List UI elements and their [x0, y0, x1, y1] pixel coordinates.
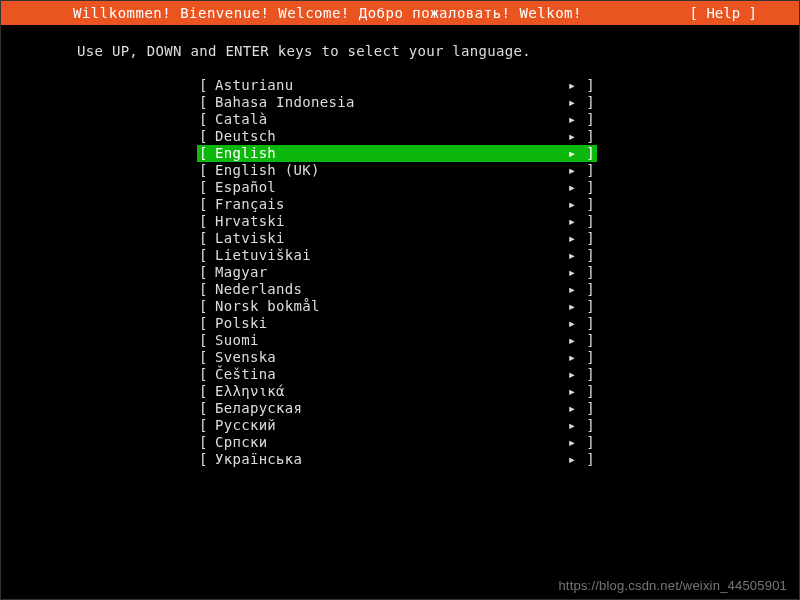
- triangle-right-icon: ▸: [561, 281, 583, 298]
- triangle-right-icon: ▸: [561, 315, 583, 332]
- triangle-right-icon: ▸: [561, 400, 583, 417]
- bracket-right: ]: [583, 111, 597, 128]
- header-bar: Willkommen! Bienvenue! Welcome! Добро по…: [1, 1, 799, 25]
- bracket-left: [: [197, 298, 215, 315]
- bracket-left: [: [197, 162, 215, 179]
- bracket-left: [: [197, 111, 215, 128]
- bracket-left: [: [197, 349, 215, 366]
- bracket-left: [: [197, 247, 215, 264]
- language-option[interactable]: [English (UK)▸]: [197, 162, 597, 179]
- bracket-right: ]: [583, 383, 597, 400]
- language-option[interactable]: [Українська▸]: [197, 451, 597, 468]
- language-option[interactable]: [Беларуская▸]: [197, 400, 597, 417]
- triangle-right-icon: ▸: [561, 383, 583, 400]
- bracket-right: ]: [583, 400, 597, 417]
- language-name: Svenska: [215, 349, 561, 366]
- bracket-left: [: [197, 145, 215, 162]
- bracket-right: ]: [583, 349, 597, 366]
- bracket-left: [: [197, 230, 215, 247]
- bracket-left: [: [197, 179, 215, 196]
- language-option[interactable]: [Svenska▸]: [197, 349, 597, 366]
- language-name: Norsk bokmål: [215, 298, 561, 315]
- language-option[interactable]: [Русский▸]: [197, 417, 597, 434]
- triangle-right-icon: ▸: [561, 94, 583, 111]
- bracket-right: ]: [583, 417, 597, 434]
- language-name: Српски: [215, 434, 561, 451]
- bracket-left: [: [197, 77, 215, 94]
- bracket-right: ]: [583, 451, 597, 468]
- triangle-right-icon: ▸: [561, 77, 583, 94]
- bracket-left: [: [197, 281, 215, 298]
- language-name: Ελληνικά: [215, 383, 561, 400]
- bracket-left: [: [197, 434, 215, 451]
- bracket-right: ]: [583, 77, 597, 94]
- bracket-right: ]: [583, 145, 597, 162]
- triangle-right-icon: ▸: [561, 332, 583, 349]
- bracket-left: [: [197, 366, 215, 383]
- triangle-right-icon: ▸: [561, 247, 583, 264]
- triangle-right-icon: ▸: [561, 366, 583, 383]
- triangle-right-icon: ▸: [561, 128, 583, 145]
- language-option[interactable]: [Polski▸]: [197, 315, 597, 332]
- language-name: Magyar: [215, 264, 561, 281]
- language-option[interactable]: [Bahasa Indonesia▸]: [197, 94, 597, 111]
- language-option[interactable]: [Latviski▸]: [197, 230, 597, 247]
- bracket-right: ]: [583, 162, 597, 179]
- language-option[interactable]: [Hrvatski▸]: [197, 213, 597, 230]
- language-name: Lietuviškai: [215, 247, 561, 264]
- language-option[interactable]: [Català▸]: [197, 111, 597, 128]
- triangle-right-icon: ▸: [561, 213, 583, 230]
- triangle-right-icon: ▸: [561, 162, 583, 179]
- language-option[interactable]: [Nederlands▸]: [197, 281, 597, 298]
- language-name: Русский: [215, 417, 561, 434]
- bracket-left: [: [197, 213, 215, 230]
- bracket-left: [: [197, 315, 215, 332]
- language-name: Català: [215, 111, 561, 128]
- instruction-text: Use UP, DOWN and ENTER keys to select yo…: [17, 43, 783, 59]
- language-name: Nederlands: [215, 281, 561, 298]
- language-option[interactable]: [Magyar▸]: [197, 264, 597, 281]
- language-list: [Asturianu▸][Bahasa Indonesia▸][Català▸]…: [17, 77, 783, 468]
- language-name: Latviski: [215, 230, 561, 247]
- watermark-text: https://blog.csdn.net/weixin_44505901: [558, 578, 787, 593]
- help-button[interactable]: [ Help ]: [690, 5, 787, 21]
- triangle-right-icon: ▸: [561, 417, 583, 434]
- language-name: Suomi: [215, 332, 561, 349]
- bracket-right: ]: [583, 179, 597, 196]
- language-option[interactable]: [Français▸]: [197, 196, 597, 213]
- language-name: Українська: [215, 451, 561, 468]
- language-option[interactable]: [Ελληνικά▸]: [197, 383, 597, 400]
- content-area: Use UP, DOWN and ENTER keys to select yo…: [1, 25, 799, 468]
- language-name: English: [215, 145, 561, 162]
- language-option[interactable]: [Српски▸]: [197, 434, 597, 451]
- bracket-right: ]: [583, 281, 597, 298]
- language-option[interactable]: [Deutsch▸]: [197, 128, 597, 145]
- language-name: Polski: [215, 315, 561, 332]
- triangle-right-icon: ▸: [561, 434, 583, 451]
- language-option[interactable]: [Español▸]: [197, 179, 597, 196]
- bracket-left: [: [197, 128, 215, 145]
- bracket-right: ]: [583, 332, 597, 349]
- bracket-left: [: [197, 264, 215, 281]
- language-option[interactable]: [English▸]: [197, 145, 597, 162]
- bracket-right: ]: [583, 128, 597, 145]
- bracket-right: ]: [583, 230, 597, 247]
- bracket-right: ]: [583, 264, 597, 281]
- triangle-right-icon: ▸: [561, 111, 583, 128]
- bracket-left: [: [197, 332, 215, 349]
- language-name: Français: [215, 196, 561, 213]
- header-title: Willkommen! Bienvenue! Welcome! Добро по…: [13, 5, 690, 21]
- bracket-left: [: [197, 196, 215, 213]
- language-option[interactable]: [Lietuviškai▸]: [197, 247, 597, 264]
- bracket-left: [: [197, 451, 215, 468]
- bracket-left: [: [197, 94, 215, 111]
- bracket-right: ]: [583, 247, 597, 264]
- language-option[interactable]: [Asturianu▸]: [197, 77, 597, 94]
- bracket-left: [: [197, 383, 215, 400]
- language-option[interactable]: [Suomi▸]: [197, 332, 597, 349]
- bracket-right: ]: [583, 94, 597, 111]
- language-option[interactable]: [Čeština▸]: [197, 366, 597, 383]
- bracket-right: ]: [583, 213, 597, 230]
- language-option[interactable]: [Norsk bokmål▸]: [197, 298, 597, 315]
- language-name: Беларуская: [215, 400, 561, 417]
